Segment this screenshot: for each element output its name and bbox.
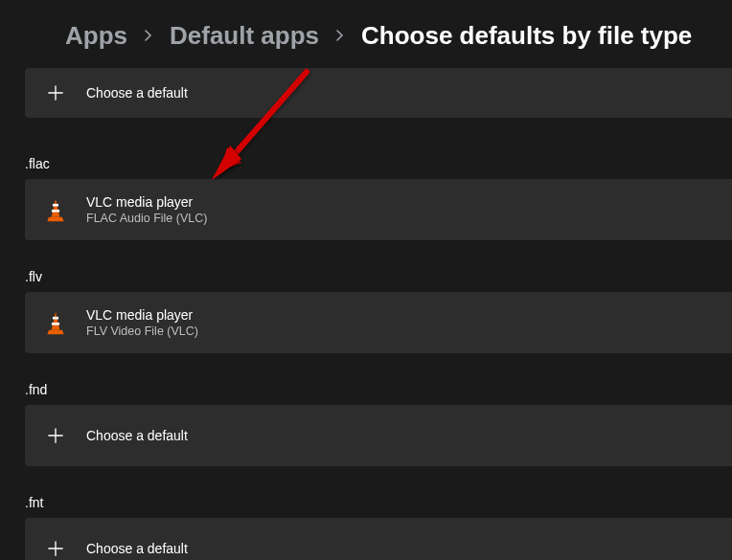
ext-label: .flac [25,156,732,179]
card-text: VLC media player FLAC Audio File (VLC) [86,194,207,225]
svg-rect-0 [53,204,58,207]
card-title: VLC media player [86,194,207,210]
app-card-flv[interactable]: VLC media player FLV Video File (VLC) [25,292,732,353]
plus-icon [42,535,69,560]
filetype-group-fnt: .fnt Choose a default [25,495,732,560]
svg-rect-2 [53,317,58,320]
card-title: Choose a default [86,541,188,556]
filetype-group-flac: .flac VLC media player FLAC Audio File (… [25,156,732,240]
ext-label: .flv [25,269,732,292]
breadcrumb: Apps Default apps Choose defaults by fil… [0,0,732,70]
choose-default-card-fnt[interactable]: Choose a default [25,518,732,560]
vlc-icon [42,196,69,223]
svg-rect-3 [52,323,59,325]
card-subtitle: FLV Video File (VLC) [86,325,198,338]
filetype-group-fnd: .fnd Choose a default [25,382,732,466]
breadcrumb-current: Choose defaults by file type [361,21,692,51]
svg-rect-1 [52,210,59,213]
filetype-group: Choose a default [25,68,732,118]
card-title: VLC media player [86,307,198,323]
ext-label: .fnt [25,495,732,518]
vlc-icon [42,309,69,336]
breadcrumb-default-apps[interactable]: Default apps [170,21,319,51]
chevron-right-icon [143,26,154,46]
app-card-flac[interactable]: VLC media player FLAC Audio File (VLC) [25,179,732,240]
chevron-right-icon [334,26,346,46]
plus-icon [42,422,69,449]
breadcrumb-apps[interactable]: Apps [65,21,127,51]
card-title: Choose a default [86,428,188,443]
ext-label: .fnd [25,382,732,405]
plus-icon [42,79,69,106]
choose-default-card-fnd[interactable]: Choose a default [25,405,732,466]
card-text: Choose a default [86,541,188,556]
card-text: Choose a default [86,85,188,101]
choose-default-card[interactable]: Choose a default [25,68,732,118]
card-text: VLC media player FLV Video File (VLC) [86,307,198,338]
card-text: Choose a default [86,428,188,443]
card-subtitle: FLAC Audio File (VLC) [86,212,207,225]
filetype-group-flv: .flv VLC media player FLV Video File (VL… [25,269,732,353]
card-title: Choose a default [86,85,188,101]
